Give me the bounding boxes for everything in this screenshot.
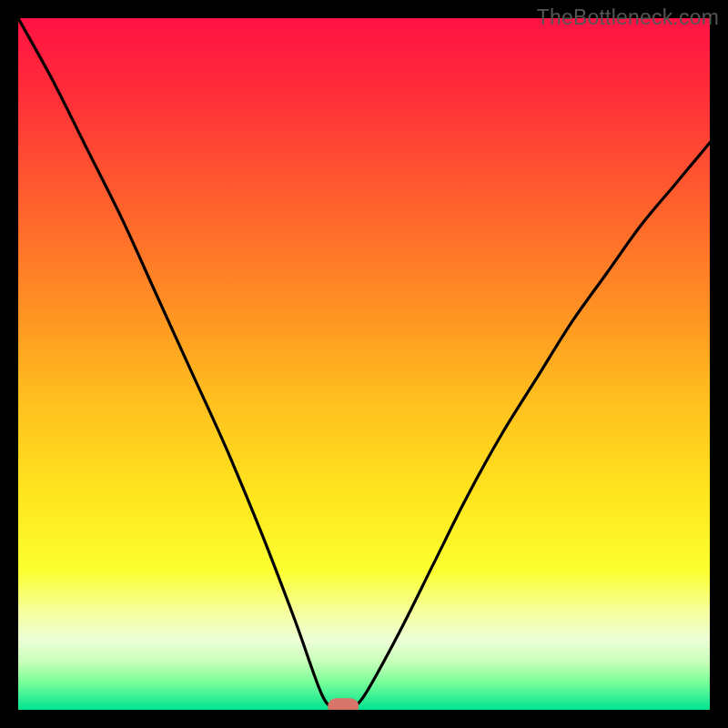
chart-svg (18, 18, 710, 710)
bottleneck-chart: TheBottleneck.com (0, 0, 728, 728)
plot-area (18, 18, 710, 710)
watermark-text: TheBottleneck.com (537, 5, 719, 30)
gradient-background (18, 18, 710, 710)
optimal-marker (328, 698, 359, 710)
